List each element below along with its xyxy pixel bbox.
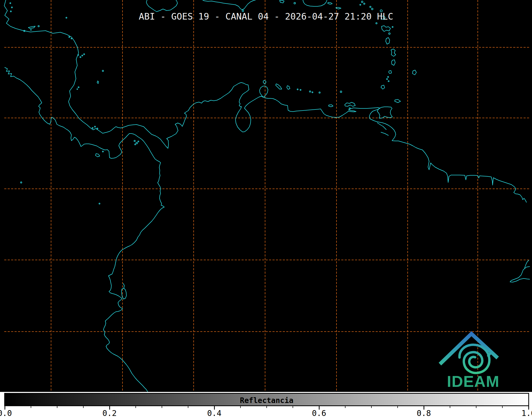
colorbar-minor-tick [397,406,398,408]
colorbar: Reflectancia 0.00.20.40.60.81.0 [0,392,532,417]
colorbar-minor-tick [57,406,57,408]
ideam-logo-text: IDEAM [441,372,506,391]
colorbar-minor-tick [476,406,476,408]
colorbar-tick-label: 0.8 [417,409,431,417]
colorbar-minor-tick [293,406,293,408]
colorbar-minor-tick [188,406,188,408]
colorbar-label: Reflectancia [5,396,528,405]
colorbar-minor-tick [502,406,503,408]
colorbar-tick-label: 0.6 [312,409,326,417]
colorbar-minor-tick [266,406,267,408]
colorbar-gradient: Reflectancia [4,393,529,406]
map-background [0,0,532,392]
colorbar-minor-tick [240,406,241,408]
satellite-image-viewport: ABI - GOES 19 - CANAL 04 - 2026-04-27 21… [0,0,532,417]
colorbar-minor-tick [345,406,345,408]
goes-satellite-map [0,0,532,417]
colorbar-tick-label: 0.0 [0,409,12,417]
image-title: ABI - GOES 19 - CANAL 04 - 2026-04-27 21… [0,12,532,21]
colorbar-tick-label: 0.2 [102,409,117,417]
colorbar-minor-tick [31,406,31,408]
colorbar-minor-tick [371,406,372,408]
colorbar-minor-tick [162,406,162,408]
colorbar-tick-label: 1.0 [521,409,532,417]
colorbar-minor-tick [450,406,450,408]
colorbar-minor-tick [83,406,84,408]
colorbar-minor-tick [135,406,136,408]
colorbar-tick-label: 0.4 [207,409,221,417]
